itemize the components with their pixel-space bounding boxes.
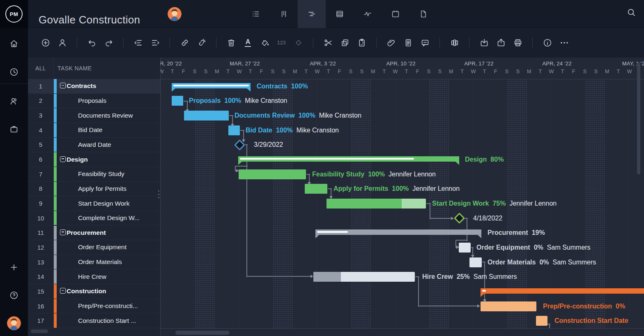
pm-logo[interactable]: PM [0,0,28,28]
view-tab-docs[interactable] [409,0,437,28]
link-tasks-button[interactable] [176,35,193,51]
gantt-task-bar[interactable] [172,96,183,106]
numbers-button[interactable]: 123 [273,35,290,51]
toolbar-divider [313,37,313,48]
gantt-task-bar[interactable] [228,125,240,135]
notes-button[interactable] [400,35,416,51]
gantt-vscrollbar[interactable] [637,63,640,174]
export-icon [496,38,506,48]
sidebar-home-button[interactable] [0,35,28,52]
milestone-button[interactable] [290,35,307,51]
task-color-strip [54,313,57,328]
task-panel-hscrollbar[interactable] [31,329,48,333]
view-tab-board[interactable] [270,0,298,28]
view-tab-gantt[interactable] [298,0,326,28]
sidebar-people-button[interactable] [0,93,28,109]
search-button[interactable] [626,7,636,19]
fill-color-button[interactable] [256,35,273,51]
collapse-toggle-icon[interactable] [60,288,66,294]
gantt-task-bar[interactable] [459,243,471,253]
task-row[interactable]: 8Apply for Permits [28,182,160,197]
task-color-strip [54,299,57,313]
delete-button[interactable] [223,35,239,51]
task-row[interactable]: 15Construction [28,284,160,299]
cut-button[interactable] [320,35,336,51]
gantt-task-bar[interactable] [536,316,547,326]
project-owner-avatar[interactable] [168,7,182,21]
gantt-task-bar[interactable] [184,111,229,120]
project-title: Govalle Construction [39,14,140,26]
unlink-tasks-button[interactable] [193,35,210,51]
more-options-button[interactable] [556,35,573,51]
dependency-line [430,204,430,219]
task-row[interactable]: 16Prep/Pre-constructi... [28,299,160,314]
task-row[interactable]: 2Proposals [28,94,160,109]
task-row[interactable]: 6Design [28,152,160,167]
task-row[interactable]: 5Award Date [28,138,160,153]
task-color-strip [54,79,57,93]
attachment-button[interactable] [383,35,400,51]
task-row[interactable]: 1Contracts [28,79,160,94]
export-button[interactable] [492,35,509,51]
import-icon [479,38,489,48]
view-tab-task-list[interactable] [242,0,270,28]
task-row[interactable]: 14Hire Crew [28,269,160,284]
task-row[interactable]: 12Order Equipment [28,240,160,255]
paste-button[interactable] [353,35,370,51]
task-row[interactable]: 4Bid Date [28,123,160,138]
summary-bar-tail [247,88,251,92]
label-percent: 0% [616,303,625,310]
sidebar-clock-button[interactable] [0,64,28,80]
info-button[interactable] [539,35,556,51]
gantt-task-bar[interactable] [239,169,306,179]
gantt-bar-label: Order Equipment0%Sam Summers [476,243,591,252]
task-row[interactable]: 10Complete Design W... [28,211,160,226]
timeline-day-letter: S [425,69,433,74]
indent-button[interactable] [147,35,163,51]
assign-member-button[interactable] [54,35,71,51]
text-color-button[interactable]: A [239,35,256,51]
collapse-toggle-icon[interactable] [60,229,66,235]
view-tab-calendar[interactable] [382,0,409,28]
view-tab-sheet[interactable] [326,0,354,28]
task-progress-fill [239,169,306,179]
gantt-task-bar[interactable] [327,199,426,209]
sidebar-help-button[interactable] [0,287,28,304]
undo-button[interactable] [83,35,100,51]
gantt-hscrollbar[interactable] [175,331,230,335]
outdent-button[interactable] [130,35,147,51]
columns-button[interactable] [446,35,463,51]
column-header-task-name[interactable]: TASK NAME [58,58,92,79]
import-button[interactable] [476,35,492,51]
task-row[interactable]: 3Documents Review [28,108,160,123]
collapse-toggle-icon[interactable] [60,156,66,162]
gantt-task-bar[interactable] [313,272,415,282]
gantt-task-bar[interactable] [481,301,536,311]
collapse-toggle-icon[interactable] [60,83,66,88]
add-task-button[interactable] [37,35,54,51]
print-button[interactable] [509,35,526,51]
gantt-task-bar[interactable] [469,257,482,267]
task-row[interactable]: 13Order Materials [28,255,160,270]
label-task-name: Construction Start Date [554,317,628,324]
task-row[interactable]: 11Procurement [28,226,160,241]
task-row[interactable]: 17Construction Start ... [28,313,160,328]
add-task-icon [41,38,51,48]
gantt-summary-bar[interactable] [481,288,644,294]
sidebar-briefcase-button[interactable] [0,121,28,137]
app-window: PM Govalle Construction A123 ALL TASK NA… [0,0,644,336]
task-row[interactable]: 7Feasibility Study [28,167,160,182]
milestone-diamond[interactable] [454,213,465,224]
task-row[interactable]: 9Start Design Work [28,196,160,211]
redo-button[interactable] [100,35,117,51]
comment-button[interactable] [416,35,433,51]
task-color-strip [54,94,57,108]
panel-splitter-handle-icon[interactable] [158,190,159,192]
column-header-all[interactable]: ALL [28,58,53,79]
sidebar-plus-button[interactable] [0,259,28,276]
view-tab-activity[interactable] [354,0,382,28]
gantt-task-bar[interactable] [305,184,327,194]
copy-button[interactable] [336,35,353,51]
task-color-strip [54,269,57,284]
sidebar-user-avatar[interactable] [0,315,28,331]
